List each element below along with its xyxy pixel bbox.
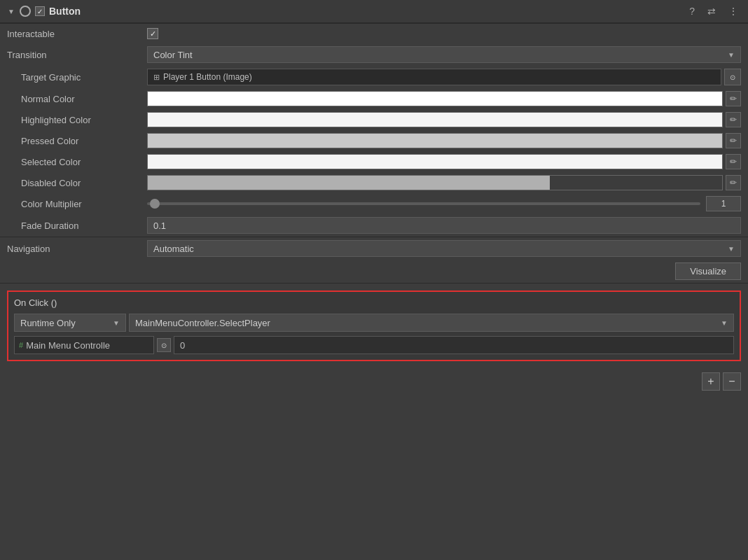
fade-duration-label: Fade Duration <box>7 220 147 231</box>
color-multiplier-slider-wrap: 1 <box>147 196 741 211</box>
color-multiplier-display[interactable]: 1 <box>706 196 741 211</box>
transition-dropdown-text: Color Tint <box>153 50 193 60</box>
header-left: ▼ ✓ Button <box>7 6 682 17</box>
target-graphic-selector-btn[interactable]: ⊙ <box>724 69 741 85</box>
selected-color-eyedropper-icon: ✏ <box>730 157 737 167</box>
highlighted-color-row: Highlighted Color ✏ <box>0 109 748 130</box>
add-button[interactable]: + <box>702 372 720 391</box>
navigation-dropdown-arrow: ▼ <box>728 245 735 253</box>
onclick-object-text: Main Menu Controlle <box>26 340 110 351</box>
runtime-only-arrow: ▼ <box>113 319 120 327</box>
color-multiplier-track[interactable] <box>147 202 700 205</box>
help-icon[interactable]: ? <box>686 4 698 18</box>
pressed-color-wrap: ✏ <box>147 133 741 148</box>
method-text: MainMenuController.SelectPlayer <box>135 318 270 328</box>
target-graphic-row: Target Graphic ⊞ Player 1 Button (Image)… <box>0 66 748 88</box>
disabled-color-row: Disabled Color ✏ <box>0 172 748 193</box>
visualize-button[interactable]: Visualize <box>675 262 741 280</box>
navigation-label: Navigation <box>7 244 147 254</box>
disabled-color-bar[interactable] <box>147 175 723 190</box>
interactable-row: Interactable ✓ <box>0 24 748 43</box>
disabled-color-eyedropper-icon: ✏ <box>730 178 737 188</box>
preset-icon[interactable]: ⇄ <box>705 4 719 18</box>
normal-color-bar[interactable] <box>147 91 723 106</box>
highlighted-color-bar[interactable] <box>147 112 723 127</box>
interactable-check: ✓ <box>150 29 156 38</box>
pressed-color-eyedropper[interactable]: ✏ <box>726 133 741 148</box>
unity-inspector-panel: ▼ ✓ Button ? ⇄ ⋮ Interactable ✓ Transiti… <box>0 0 748 395</box>
onclick-row2: # Main Menu Controlle ⊙ 0 <box>14 336 734 354</box>
selected-color-eyedropper[interactable]: ✏ <box>726 154 741 169</box>
onclick-object-field: # Main Menu Controlle <box>14 336 154 354</box>
color-multiplier-row: Color Multiplier 1 <box>0 193 748 214</box>
runtime-only-dropdown[interactable]: Runtime Only ▼ <box>14 314 126 332</box>
bottom-buttons: + − <box>0 368 748 395</box>
onclick-row1: Runtime Only ▼ MainMenuController.Select… <box>14 314 734 332</box>
navigation-dropdown-text: Automatic <box>153 244 194 254</box>
disabled-color-label: Disabled Color <box>7 178 147 188</box>
interactable-checkbox[interactable]: ✓ <box>147 28 158 39</box>
navigation-dropdown[interactable]: Automatic ▼ <box>147 240 741 257</box>
disabled-color-eyedropper[interactable]: ✏ <box>726 175 741 190</box>
pressed-color-value: ✏ <box>147 133 741 148</box>
header-right: ? ⇄ ⋮ <box>686 4 741 18</box>
onclick-selector-icon: ⊙ <box>161 342 167 349</box>
highlighted-color-eyedropper-icon: ✏ <box>730 115 737 125</box>
highlighted-color-label: Highlighted Color <box>7 115 147 125</box>
transition-row: Transition Color Tint ▼ <box>0 43 748 66</box>
pressed-color-label: Pressed Color <box>7 136 147 146</box>
selected-color-value: ✏ <box>147 154 741 169</box>
disabled-color-value: ✏ <box>147 175 741 190</box>
method-dropdown[interactable]: MainMenuController.SelectPlayer ▼ <box>129 314 734 332</box>
normal-color-eyedropper[interactable]: ✏ <box>726 91 741 106</box>
onclick-object-selector[interactable]: ⊙ <box>157 338 171 352</box>
highlighted-color-eyedropper[interactable]: ✏ <box>726 112 741 127</box>
highlighted-color-wrap: ✏ <box>147 112 741 127</box>
hash-icon: # <box>19 341 23 349</box>
color-multiplier-value: 1 <box>147 196 741 211</box>
target-graphic-value: ⊞ Player 1 Button (Image) ⊙ <box>147 69 741 85</box>
collapse-icon[interactable]: ▼ <box>7 7 15 15</box>
fade-duration-input[interactable]: 0.1 <box>147 217 741 234</box>
transition-dropdown[interactable]: Color Tint ▼ <box>147 46 741 63</box>
navigation-row: Navigation Automatic ▼ <box>0 237 748 260</box>
more-options-icon[interactable]: ⋮ <box>726 4 741 18</box>
component-enabled-checkbox[interactable]: ✓ <box>35 6 45 16</box>
normal-color-eyedropper-icon: ✏ <box>730 94 737 104</box>
fade-duration-value: 0.1 <box>147 217 741 234</box>
selected-color-row: Selected Color ✏ <box>0 151 748 172</box>
method-arrow: ▼ <box>721 319 728 327</box>
disabled-color-wrap: ✏ <box>147 175 741 190</box>
normal-color-row: Normal Color ✏ <box>0 88 748 109</box>
target-graphic-icon: ⊞ <box>153 73 160 82</box>
pressed-color-row: Pressed Color ✏ <box>0 130 748 151</box>
interactable-value: ✓ <box>147 28 741 39</box>
fade-duration-row: Fade Duration 0.1 <box>0 214 748 237</box>
component-header: ▼ ✓ Button ? ⇄ ⋮ <box>0 0 748 23</box>
highlighted-color-value: ✏ <box>147 112 741 127</box>
on-click-section: On Click () Runtime Only ▼ MainMenuContr… <box>7 290 741 361</box>
fade-duration-text: 0.1 <box>153 220 166 231</box>
component-title: Button <box>49 6 81 17</box>
pressed-color-bar[interactable] <box>147 133 723 148</box>
pressed-color-eyedropper-icon: ✏ <box>730 136 737 146</box>
visualize-row: Visualize <box>0 260 748 283</box>
navigation-value: Automatic ▼ <box>147 240 741 257</box>
normal-color-label: Normal Color <box>7 94 147 104</box>
selected-color-bar[interactable] <box>147 154 723 169</box>
color-multiplier-label: Color Multiplier <box>7 199 147 209</box>
on-click-title: On Click () <box>14 298 734 308</box>
transition-dropdown-arrow: ▼ <box>728 51 735 59</box>
remove-button[interactable]: − <box>723 372 741 391</box>
interactable-label: Interactable <box>7 29 147 39</box>
transition-value: Color Tint ▼ <box>147 46 741 63</box>
color-multiplier-thumb[interactable] <box>150 199 160 209</box>
normal-color-value: ✏ <box>147 91 741 106</box>
onclick-argument-field[interactable]: 0 <box>174 336 734 354</box>
target-graphic-field[interactable]: ⊞ Player 1 Button (Image) <box>147 69 721 85</box>
normal-color-wrap: ✏ <box>147 91 741 106</box>
onclick-argument-text: 0 <box>180 340 185 351</box>
target-graphic-label: Target Graphic <box>7 72 147 83</box>
target-graphic-selector-icon: ⊙ <box>730 74 735 81</box>
selected-color-wrap: ✏ <box>147 154 741 169</box>
